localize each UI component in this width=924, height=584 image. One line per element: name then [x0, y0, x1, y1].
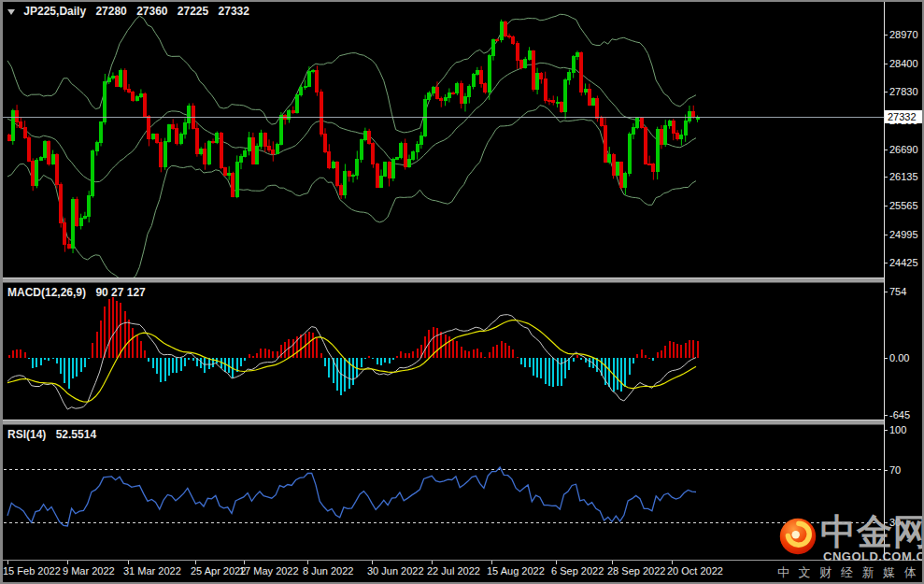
date-axis-label: 31 Mar 2022 [123, 565, 181, 577]
price-axis-tick [884, 235, 888, 235]
price-axis[interactable] [884, 0, 924, 560]
date-axis-label: 9 Mar 2022 [63, 565, 115, 577]
macd-axis-tick [884, 415, 888, 416]
macd-axis-label: 0.00 [889, 352, 909, 363]
rsi-axis-label: 30 [889, 517, 901, 528]
date-axis-tick [372, 561, 373, 564]
date-axis-label: 20 Oct 2022 [667, 565, 723, 577]
price-axis-tick [884, 206, 888, 207]
macd-name: MACD(12,26,9) [7, 286, 86, 299]
price-axis-tick [884, 64, 888, 64]
rsi-label: RSI(14) 52.5514 [7, 428, 96, 441]
price-axis-tick [884, 35, 888, 36]
date-axis-label: 8 Jun 2022 [303, 565, 353, 577]
time-axis[interactable]: 15 Feb 20229 Mar 202231 Mar 202225 Apr 2… [0, 560, 924, 584]
symbol-period-label: JP225,Daily [23, 5, 86, 18]
date-axis-label: 15 Aug 2022 [487, 565, 545, 577]
macd-axis-label: -645 [889, 409, 910, 420]
date-axis-label: 6 Sep 2022 [551, 565, 604, 577]
price-axis-tick [884, 177, 888, 178]
rsi-axis-label: 70 [889, 464, 901, 476]
rsi-axis-tick [884, 522, 888, 523]
ohlc-close: 27332 [219, 5, 249, 18]
price-axis-label: 27830 [889, 86, 918, 97]
macd-axis-tick [884, 358, 888, 359]
rsi-axis-tick [884, 470, 888, 471]
macd-values: 90 27 127 [95, 286, 145, 299]
panel-splitter[interactable] [0, 420, 884, 425]
date-axis-tick [195, 561, 196, 564]
chart-title: JP225,Daily 27280 27360 27225 27332 [7, 5, 249, 18]
price-axis-label: 24425 [889, 257, 918, 268]
date-axis-tick [432, 561, 433, 564]
rsi-value: 52.5514 [56, 428, 96, 441]
date-axis-tick [612, 561, 613, 564]
rsi-axis-tick [884, 430, 888, 431]
price-axis-label: 26690 [889, 144, 918, 155]
rsi-axis-label: 100 [889, 424, 906, 435]
date-axis-label: 22 Jul 2022 [427, 565, 480, 577]
date-axis-tick [67, 561, 68, 564]
date-axis-tick [244, 561, 245, 564]
date-axis-tick [128, 561, 129, 564]
rsi-canvas[interactable] [3, 425, 884, 560]
macd-axis-label: 754 [889, 286, 906, 297]
macd-canvas[interactable] [3, 283, 884, 420]
date-axis-label: 30 Jun 2022 [367, 565, 424, 577]
price-axis-label: 28400 [889, 58, 918, 69]
ohlc-high: 27360 [136, 5, 167, 18]
date-axis-tick [491, 561, 492, 564]
price-axis-label: 24995 [889, 229, 918, 240]
date-axis-tick [556, 561, 557, 564]
price-axis-label: 28970 [889, 29, 918, 40]
date-axis-tick [7, 561, 8, 564]
price-axis-tick [884, 92, 888, 93]
macd-axis-tick [884, 292, 888, 292]
date-axis-label: 15 Feb 2022 [3, 565, 61, 577]
price-axis-tick [884, 263, 888, 264]
date-axis-label: 17 May 2022 [239, 565, 299, 577]
rsi-name: RSI(14) [7, 428, 46, 441]
price-axis-label: 26135 [889, 171, 918, 182]
ohlc-open: 27280 [95, 5, 126, 18]
price-chart-canvas[interactable] [3, 2, 884, 278]
current-price-tag: 27332 [885, 110, 923, 123]
macd-label: MACD(12,26,9) 90 27 127 [7, 286, 146, 299]
window: 15 Feb 20229 Mar 202231 Mar 202225 Apr 2… [0, 0, 924, 584]
date-axis-tick [672, 561, 673, 564]
date-axis-label: 28 Sep 2022 [607, 565, 665, 577]
price-axis-label: 25565 [889, 200, 918, 211]
price-axis-tick [884, 150, 888, 150]
date-axis-tick [307, 561, 308, 564]
chevron-down-icon[interactable] [7, 9, 15, 15]
panel-splitter[interactable] [0, 278, 884, 283]
ohlc-low: 27225 [178, 5, 208, 18]
date-axis-label: 25 Apr 2022 [191, 565, 246, 577]
